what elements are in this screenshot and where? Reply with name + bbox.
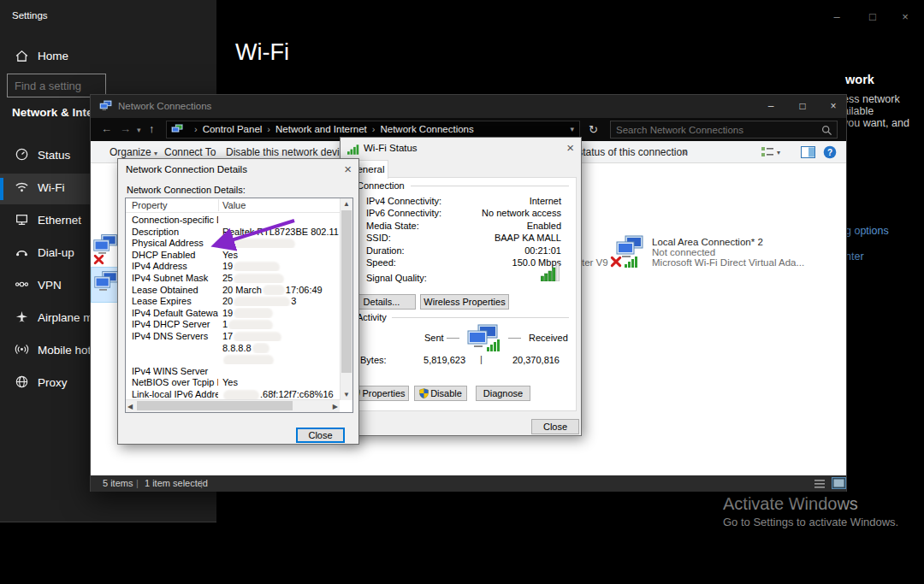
breadcrumb-item[interactable]: Network and Internet [275, 124, 367, 134]
status-row-label: Media State: [366, 221, 419, 231]
detail-row: IPv4 Default Gateway19 [126, 308, 340, 319]
forward-button[interactable]: → [120, 122, 131, 135]
view-options-icon[interactable] [761, 146, 774, 162]
scroll-down-icon[interactable]: ▼ [343, 391, 350, 398]
settings-close-button[interactable]: × [892, 10, 918, 23]
maximize-button[interactable]: □ [788, 100, 817, 112]
detail-property: Lease Expires [132, 296, 218, 306]
dialog-title: Network Connection Details [126, 164, 247, 174]
status-row-label: IPv4 Connectivity: [366, 196, 441, 206]
details-view-toggle-icon[interactable] [814, 478, 826, 491]
detail-value: 20 March17:06:49 [222, 285, 340, 295]
redacted-value [235, 333, 280, 341]
breadcrumb-separator[interactable]: › [367, 124, 381, 134]
detail-property: IPv4 DNS Servers [132, 331, 218, 341]
refresh-icon[interactable]: ↻ [589, 123, 598, 136]
detail-row: DHCP EnabledYes [126, 250, 340, 261]
close-button[interactable]: Close [531, 419, 579, 434]
detail-value: 25 [222, 273, 340, 283]
detail-property: Description [132, 227, 218, 237]
breadcrumb-separator[interactable]: › [262, 124, 275, 134]
activate-windows-watermark: Activate Windows Go to Settings to activ… [723, 494, 898, 528]
up-button[interactable]: ↑ [149, 122, 155, 135]
selected-connection-item[interactable] [91, 267, 119, 303]
connection-name: Local Area Connection* 2 [652, 237, 763, 247]
detail-value: .68f:12f7:c68%16 [222, 389, 340, 399]
vertical-scrollbar[interactable]: ▲ ▼ [340, 198, 352, 400]
connection-item[interactable] [92, 233, 120, 261]
search-input[interactable] [611, 123, 818, 138]
connection-item-lan2[interactable]: Local Area Connection* 2 Not connected M… [607, 235, 864, 278]
detail-property: DHCP Enabled [132, 250, 218, 260]
close-icon[interactable]: × [344, 162, 352, 176]
status-row-label: SSID: [366, 233, 391, 243]
horizontal-scrollbar[interactable]: ◀ ▶ [126, 399, 340, 412]
redacted-value [235, 275, 282, 283]
scroll-up-icon[interactable]: ▲ [343, 200, 350, 208]
status-row-value: Enabled [527, 221, 561, 231]
sidebar-item-label: Dial-up [38, 246, 74, 259]
wireless-properties-button[interactable]: Wireless Properties [420, 294, 509, 310]
preview-pane-icon[interactable] [801, 146, 815, 162]
location-icon [171, 123, 184, 139]
detail-value: 19 [222, 308, 340, 318]
close-button[interactable]: × [819, 100, 848, 112]
icons-view-toggle-icon[interactable] [832, 477, 846, 491]
received-label: Received [529, 333, 568, 343]
detail-property: Connection-specific DN... [132, 215, 218, 225]
ethernet-icon [15, 212, 29, 227]
listview-header[interactable]: Property Value [126, 198, 340, 213]
breadcrumb-separator[interactable]: › [189, 124, 203, 134]
column-value[interactable]: Value [222, 200, 246, 210]
scroll-left-icon[interactable]: ◀ [127, 403, 133, 410]
column-property[interactable]: Property [132, 200, 168, 210]
settings-content-fragment: work [845, 73, 874, 86]
settings-minimize-button[interactable]: – [824, 10, 850, 23]
breadcrumb-item[interactable]: Control Panel [203, 124, 263, 134]
signal-quality-icon [541, 264, 561, 285]
activity-computers-icon [466, 324, 500, 355]
close-icon[interactable]: × [566, 140, 574, 155]
detail-row [126, 354, 340, 365]
detail-property: IPv4 Default Gateway [132, 308, 218, 318]
dialup-icon [15, 245, 29, 259]
proxy-icon [15, 375, 29, 389]
detail-row: IPv4 DNS Servers17 [126, 331, 340, 342]
search-icon[interactable] [821, 124, 832, 139]
bytes-label: Bytes: [360, 355, 387, 365]
minimize-button[interactable]: – [756, 100, 785, 112]
redacted-value [254, 345, 268, 352]
detail-property: Physical Address [132, 238, 218, 248]
sidebar-item-home[interactable]: Home [0, 43, 216, 72]
diagnose-button[interactable]: Diagnose [476, 386, 530, 401]
home-icon [15, 49, 29, 63]
sidebar-item-label: Status [38, 149, 70, 162]
recent-pages-dropdown[interactable]: ▾ [137, 126, 141, 134]
back-button[interactable]: ← [101, 122, 112, 135]
detail-value: Realtek RTL8723BE 802.11 bgn Wi-F [222, 227, 340, 237]
scroll-right-icon[interactable]: ▶ [333, 403, 338, 410]
search-box[interactable] [610, 121, 838, 139]
close-button[interactable]: Close [296, 428, 345, 443]
settings-maximize-button[interactable]: □ [860, 10, 886, 23]
detail-row: Physical Address [126, 238, 340, 249]
redacted-value [264, 286, 283, 294]
disconnected-x-icon [93, 254, 104, 265]
airplane-icon [15, 310, 29, 324]
help-icon[interactable]: ? [823, 145, 837, 162]
breadcrumb-item[interactable]: Network Connections [380, 124, 473, 134]
detail-value: 8.8.8.8 [222, 343, 340, 353]
disable-button[interactable]: Disable [414, 386, 467, 401]
status-row-value: Internet [530, 196, 561, 206]
titlebar[interactable]: Network Connections – □ × [91, 95, 846, 118]
toolbar-overflow-chevron[interactable]: » [682, 141, 688, 163]
hotspot-icon [15, 342, 29, 357]
detail-property: Lease Obtained [132, 285, 218, 295]
breadcrumb-dropdown-icon[interactable]: ▾ [570, 125, 574, 133]
detail-value [222, 238, 340, 248]
status-separator: | [200, 478, 203, 488]
breadcrumb[interactable]: ›Control Panel›Network and Internet›Netw… [166, 121, 580, 139]
redacted-value [225, 357, 272, 364]
view-options-dropdown-icon[interactable]: ▾ [777, 149, 780, 156]
watermark-title: Activate Windows [723, 494, 898, 514]
